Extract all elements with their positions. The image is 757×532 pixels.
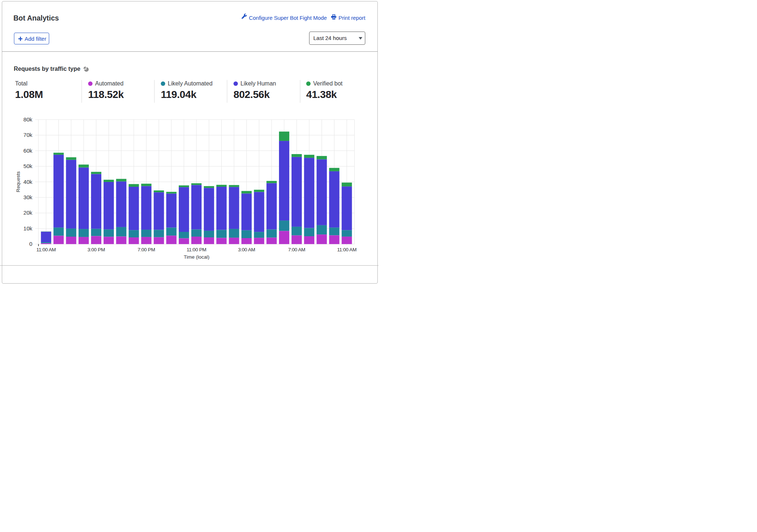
svg-text:Time (local): Time (local)	[184, 254, 209, 260]
svg-text:11:00 AM: 11:00 AM	[337, 247, 356, 252]
svg-text:30k: 30k	[23, 194, 33, 200]
svg-text:50k: 50k	[23, 163, 33, 169]
svg-text:Requests: Requests	[15, 171, 21, 192]
svg-text:11:00 AM: 11:00 AM	[36, 247, 56, 252]
svg-text:60k: 60k	[23, 147, 33, 154]
svg-text:7:00 PM: 7:00 PM	[138, 247, 155, 252]
svg-text:10k: 10k	[23, 225, 33, 232]
svg-text:40k: 40k	[23, 179, 33, 185]
svg-text:3:00 PM: 3:00 PM	[87, 247, 105, 252]
svg-text:7:00 AM: 7:00 AM	[288, 247, 305, 252]
svg-text:20k: 20k	[23, 209, 33, 216]
svg-text:11:00 PM: 11:00 PM	[186, 247, 206, 252]
svg-text:70k: 70k	[23, 132, 33, 138]
svg-text:80k: 80k	[23, 116, 33, 123]
svg-text:3:00 AM: 3:00 AM	[238, 247, 255, 252]
svg-text:0: 0	[29, 241, 32, 247]
